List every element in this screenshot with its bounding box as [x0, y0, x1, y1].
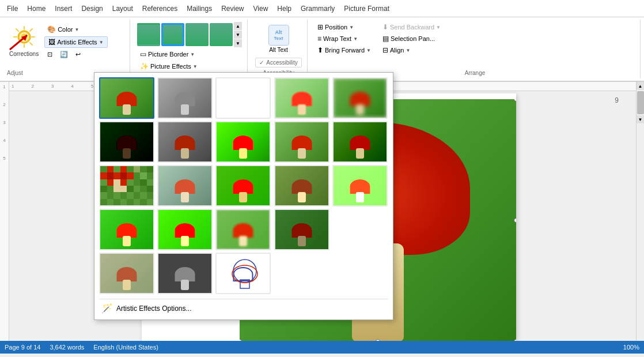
align-arrow: ▼ — [406, 48, 410, 53]
wrap-text-button[interactable]: ≡ Wrap Text ▼ — [315, 33, 374, 44]
options-label: Artistic Effects Options... — [116, 305, 192, 313]
alt-text-button[interactable]: Alt Text Alt Text — [264, 22, 294, 55]
picture-styles-strip: ▲ ▼ ▼ — [137, 22, 242, 47]
effect-dark[interactable] — [99, 121, 154, 163]
artistic-effects-dropdown: 🪄 Artistic Effects Options... — [94, 72, 393, 320]
send-backward-icon: ⬇ — [382, 23, 388, 31]
menu-help[interactable]: Help — [272, 2, 296, 15]
color-dropdown-arrow: ▼ — [74, 27, 79, 32]
effect-soft-edges[interactable] — [215, 209, 271, 250]
menu-references[interactable]: References — [138, 2, 182, 15]
send-backward-arrow: ▼ — [436, 25, 441, 30]
artistic-effects-options[interactable]: 🪄 Artistic Effects Options... — [99, 299, 388, 315]
picture-border-row: ▭ Picture Border ▼ — [137, 49, 198, 59]
effect-plastic[interactable] — [99, 209, 154, 250]
corrections-label: Corrections — [9, 51, 39, 57]
effect-glass[interactable] — [157, 165, 213, 206]
picture-effects-icon: ✨ — [140, 62, 149, 70]
handle-tr[interactable] — [514, 99, 516, 102]
effect-marker[interactable] — [157, 209, 213, 250]
effect-line-drawing[interactable] — [215, 77, 271, 119]
svg-point-11 — [233, 260, 256, 283]
effect-blur[interactable] — [332, 77, 388, 119]
handle-mr[interactable] — [514, 218, 516, 223]
style-thumb-3[interactable] — [185, 23, 209, 46]
artistic-effects-button[interactable]: 🖼 Artistic Effects ▼ — [44, 36, 107, 48]
selection-pane-icon: ▤ — [382, 35, 389, 43]
adjust-group-label: Adjust — [7, 67, 23, 76]
accessibility-label: Accessibility — [266, 59, 297, 66]
effect-film-grain[interactable] — [332, 121, 388, 163]
position-icon: ⊞ — [317, 23, 323, 31]
menu-home[interactable]: Home — [22, 2, 50, 15]
effect-pencil-sketch[interactable] — [157, 77, 213, 119]
svg-point-2 — [21, 33, 28, 40]
wrap-text-icon: ≡ — [317, 35, 321, 43]
menu-view[interactable]: View — [249, 2, 273, 15]
effect-texturizer[interactable] — [274, 165, 329, 206]
bring-forward-button[interactable]: ⬆ Bring Forward ▼ — [315, 45, 374, 55]
styles-scroll-up[interactable]: ▲ — [234, 22, 242, 30]
effect-criss-cross[interactable] — [274, 121, 329, 163]
svg-line-10 — [16, 43, 18, 45]
styles-scroll-down[interactable]: ▼ — [234, 31, 242, 39]
scroll-thumb[interactable] — [637, 91, 644, 114]
style-thumb-1[interactable] — [137, 23, 160, 46]
position-button[interactable]: ⊞ Position ▼ — [315, 22, 374, 32]
ribbon-content: Corrections 🎨 Color ▼ 🖼 Artis — [0, 17, 644, 81]
menu-file[interactable]: File — [2, 2, 22, 15]
effect-empty-5a — [274, 253, 329, 294]
menu-picture-format[interactable]: Picture Format — [339, 2, 394, 15]
compress-icon: ⊡ — [47, 51, 52, 58]
menu-layout[interactable]: Layout — [108, 2, 138, 15]
vertical-scrollbar: ▲ ▼ — [636, 82, 644, 341]
menu-review[interactable]: Review — [217, 2, 248, 15]
change-pic-icon: 🔄 — [60, 51, 68, 58]
scroll-up-button[interactable]: ▲ — [637, 82, 645, 90]
menu-mailings[interactable]: Mailings — [182, 2, 217, 15]
effect-none[interactable] — [99, 77, 154, 119]
styles-expand[interactable]: ▼ — [234, 39, 242, 47]
align-button[interactable]: ⊟ Align ▼ — [380, 45, 444, 55]
selection-pane-button[interactable]: ▤ Selection Pan... — [380, 33, 444, 44]
effect-mosaic[interactable] — [99, 165, 154, 206]
effect-watercolor[interactable] — [274, 77, 329, 119]
compress-pictures-button[interactable]: ⊡ — [44, 50, 55, 59]
color-icon: 🎨 — [47, 25, 56, 33]
style-thumb-4[interactable] — [210, 23, 233, 46]
send-backward-button[interactable]: ⬇ Send Backward ▼ — [380, 22, 444, 32]
style-thumb-2[interactable] — [161, 23, 184, 46]
effect-paint-strokes[interactable] — [215, 121, 271, 163]
effect-cement[interactable] — [215, 165, 271, 206]
picture-effects-label: Picture Effects — [150, 63, 191, 70]
effect-pastels[interactable] — [332, 165, 388, 206]
effect-glow-edges[interactable] — [274, 209, 329, 250]
zoom-level[interactable]: 100% — [623, 344, 639, 351]
status-bar: Page 9 of 14 3,642 words English (United… — [0, 341, 644, 354]
position-arrow: ▼ — [349, 25, 354, 30]
handle-bc[interactable] — [376, 339, 380, 341]
ribbon-group-arrange: ⊞ Position ▼ ≡ Wrap Text ▼ ⬆ Bring Forwa… — [310, 20, 641, 78]
align-icon: ⊟ — [382, 46, 388, 54]
menu-design[interactable]: Design — [77, 2, 107, 15]
effect-photocopy[interactable] — [99, 253, 154, 294]
scroll-down-button[interactable]: ▼ — [637, 115, 645, 123]
picture-border-button[interactable]: ▭ Picture Border ▼ — [137, 49, 198, 59]
vertical-ruler: 12345 — [0, 82, 9, 341]
handle-bl[interactable] — [240, 339, 242, 341]
menu-bar: File Home Insert Design Layout Reference… — [0, 0, 644, 17]
picture-effects-button[interactable]: ✨ Picture Effects ▼ — [137, 61, 200, 72]
effect-pencil-grayscale[interactable] — [157, 121, 213, 163]
position-label: Position — [325, 24, 347, 31]
effect-outline-sketch[interactable] — [215, 253, 271, 294]
menu-grammarly[interactable]: Grammarly — [296, 2, 339, 15]
color-button[interactable]: 🎨 Color ▼ — [44, 24, 107, 35]
handle-br[interactable] — [514, 339, 516, 341]
page-info: Page 9 of 14 — [5, 344, 40, 351]
corrections-button[interactable]: Corrections — [7, 22, 41, 59]
change-picture-button[interactable]: 🔄 — [57, 50, 71, 59]
effect-chalk-sketch[interactable] — [157, 253, 213, 294]
picture-border-icon: ▭ — [140, 50, 146, 58]
menu-insert[interactable]: Insert — [50, 2, 77, 15]
reset-picture-button[interactable]: ↩ — [73, 50, 84, 59]
